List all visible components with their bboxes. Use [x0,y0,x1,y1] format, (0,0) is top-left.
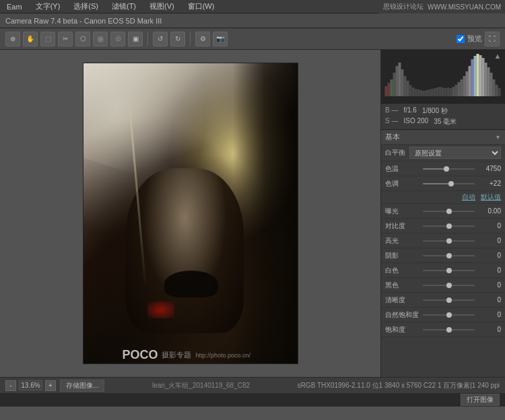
menu-item-window[interactable]: 视图(V) [145,1,178,11]
svg-rect-41 [496,85,498,96]
saturation-track [423,329,475,330]
zoom-tool[interactable]: ⊕ [5,32,20,46]
svg-rect-8 [407,81,409,96]
rotate-left[interactable]: ↺ [153,32,168,46]
clarity-thumb[interactable] [446,298,452,303]
menu-item-view[interactable]: 滤镜(T) [108,1,140,11]
zoom-out-btn[interactable]: - [5,380,16,391]
saturation-slider[interactable] [423,326,475,334]
blacks-thumb[interactable] [446,283,452,288]
wb-tool[interactable]: ⬚ [40,32,55,46]
preview-checkbox[interactable] [457,35,465,43]
svg-rect-44 [388,83,391,96]
fullscreen-btn[interactable]: ⛶ [485,32,500,46]
preview-toggle[interactable]: 预览 [457,34,482,44]
color-temp-thumb[interactable] [444,166,449,172]
histogram-area: ▲ [381,50,505,104]
menu-bar: Eam 文字(Y) 选择(S) 滤镜(T) 视图(V) 窗口(W) 思锐设计论坛… [0,0,505,13]
color-temp-slider[interactable] [423,165,475,173]
saturation-row: 饱和度 0 [381,322,505,337]
histogram-scroll-up[interactable]: ▲ [493,51,502,61]
status-bar-left: - 13.6% + 存储图像... [5,380,104,392]
section-label: 基本 [385,132,400,142]
save-image-btn[interactable]: 存储图像... [60,380,104,392]
blacks-label: 黑色 [385,281,420,290]
zoom-value[interactable]: 13.6% [19,380,42,390]
highlights-thumb[interactable] [446,238,452,244]
preview-label: 预览 [467,34,482,44]
exposure-thumb[interactable] [446,209,452,214]
svg-rect-30 [466,71,469,96]
whites-thumb[interactable] [446,268,452,273]
whites-slider[interactable] [423,267,475,275]
vibrance-row: 自然饱和度 0 [381,308,505,322]
vibrance-label: 自然饱和度 [385,310,420,320]
auto-button[interactable]: 自动 [462,193,475,202]
saturation-label: 饱和度 [385,325,420,335]
clarity-slider[interactable] [423,296,475,304]
canvas-area[interactable]: POCO 摄影专题 http://photo.poco.cn/ [0,50,380,377]
contrast-track [423,225,475,227]
hat-silhouette [164,271,218,298]
camera-info-row2: S — ISO 200 35 毫米 [385,117,501,127]
pref-btn[interactable]: ⚙ [195,32,210,46]
camera-info-b-label: B — [385,106,398,116]
camera-info-s-label: S — [385,117,398,127]
highlights-slider[interactable] [423,237,475,245]
white-balance-select[interactable]: 原照设置 [409,147,501,159]
blacks-slider[interactable] [423,281,475,289]
menu-item-eam[interactable]: Eam [3,3,26,11]
svg-rect-45 [391,79,393,96]
filename-label: lean_火车组_20140119_68_C82 [152,382,250,389]
svg-rect-37 [485,63,487,96]
exposure-value: 0.00 [477,207,501,215]
white-balance-row: 白平衡 原照设置 [381,145,505,162]
whites-row: 白色 0 [381,263,505,278]
svg-rect-5 [399,63,401,96]
svg-rect-18 [434,88,436,96]
exposure-slider[interactable] [423,207,475,215]
open-image-btn[interactable]: 打开图像 [461,394,500,406]
histogram-chart [384,53,502,96]
heal-tool[interactable]: ⬡ [75,32,90,46]
camera-info: B — f/1.6 1/800 秒 S — ISO 200 35 毫米 [381,104,505,130]
shadows-thumb[interactable] [446,253,452,258]
svg-rect-26 [455,85,458,96]
contrast-slider[interactable] [423,222,475,230]
hand-tool[interactable]: ✋ [23,32,38,46]
default-button[interactable]: 默认值 [481,193,501,202]
clarity-track [423,300,475,301]
camera-btn[interactable]: 📷 [213,32,228,46]
color-temp-value: 4750 [477,165,501,172]
contrast-thumb[interactable] [446,223,452,229]
color-temp-label: 色温 [385,164,420,174]
section-header-basic[interactable]: 基本 ▼ [381,130,505,145]
shadows-label: 阴影 [385,251,420,260]
saturation-thumb[interactable] [446,327,452,332]
camera-info-shutter: 1/800 秒 [422,106,448,116]
svg-rect-25 [452,87,455,96]
menu-item-help[interactable]: 窗口(W) [184,1,219,11]
zoom-in-btn[interactable]: + [45,380,56,391]
right-panel: ▲ B — f/1.6 1/800 秒 S — ISO 200 35 毫米 基本… [380,50,505,377]
vibrance-thumb[interactable] [446,312,452,318]
svg-rect-3 [393,73,396,96]
toolbar-separator-1 [147,32,148,46]
svg-rect-46 [471,59,474,96]
vibrance-slider[interactable] [423,311,475,319]
menu-item-select[interactable]: 文字(Y) [32,1,65,11]
adjust-tool[interactable]: ☉ [110,32,125,46]
color-tint-slider[interactable] [423,180,475,188]
exposure-row: 曝光 0.00 [381,204,505,219]
menu-item-filter[interactable]: 选择(S) [69,1,102,11]
svg-rect-42 [498,88,501,96]
shadows-slider[interactable] [423,252,475,260]
rotate-right[interactable]: ↻ [170,32,185,46]
crop-tool[interactable]: ✂ [58,32,73,46]
grad-tool[interactable]: ▣ [128,32,143,46]
zoom-controls: - 13.6% + [5,380,56,391]
redeye-tool[interactable]: ◎ [93,32,108,46]
svg-rect-40 [493,79,496,96]
svg-rect-38 [487,67,490,96]
color-tint-thumb[interactable] [448,181,454,186]
